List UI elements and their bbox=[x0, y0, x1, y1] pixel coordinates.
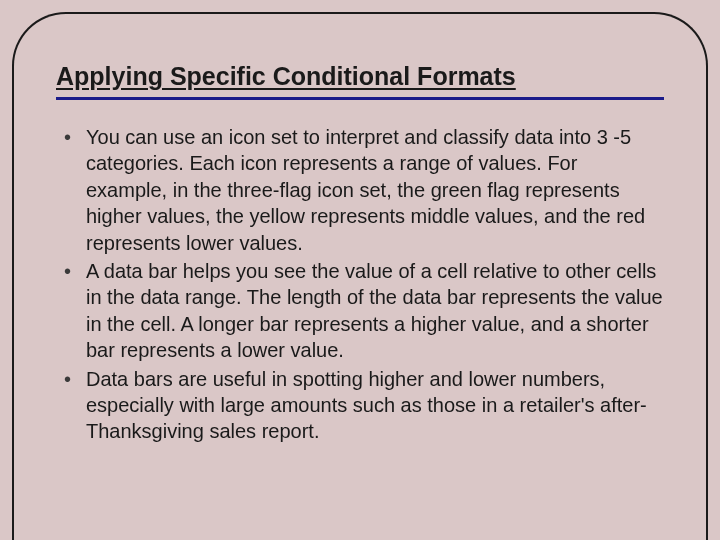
slide-title: Applying Specific Conditional Formats bbox=[56, 62, 664, 91]
list-item: Data bars are useful in spotting higher … bbox=[56, 366, 664, 445]
slide-frame: Applying Specific Conditional Formats Yo… bbox=[12, 12, 708, 540]
bullet-list: You can use an icon set to interpret and… bbox=[56, 124, 664, 445]
list-item: You can use an icon set to interpret and… bbox=[56, 124, 664, 256]
list-item: A data bar helps you see the value of a … bbox=[56, 258, 664, 364]
title-underline-rule bbox=[56, 97, 664, 100]
